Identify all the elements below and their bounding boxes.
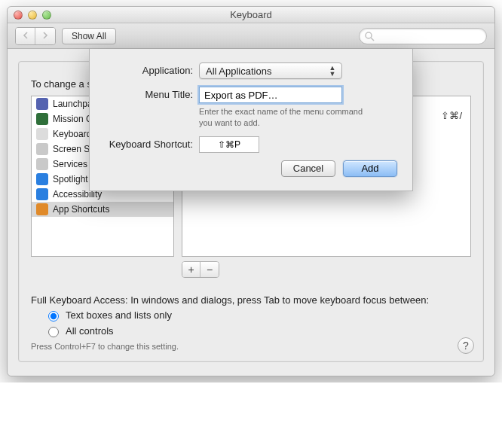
radio-text-boxes-only-input[interactable] xyxy=(48,311,59,322)
plus-minus-segment: + − xyxy=(182,261,219,278)
zoom-icon[interactable] xyxy=(42,11,51,20)
radio-all-controls-input[interactable] xyxy=(48,327,59,337)
popup-arrows-icon: ▲▼ xyxy=(326,65,338,77)
menu-title-label: Menu Title: xyxy=(97,87,199,100)
list-item-label: Spotlight xyxy=(53,174,88,184)
close-icon[interactable] xyxy=(14,11,23,20)
cancel-button[interactable]: Cancel xyxy=(281,160,335,177)
app-shortcuts-icon xyxy=(36,203,48,215)
application-label: Application: xyxy=(97,62,199,76)
nav-segment xyxy=(15,27,56,45)
application-popup-value: All Applications xyxy=(206,66,271,77)
radio-text-boxes-only[interactable]: Text boxes and lists only xyxy=(44,309,471,322)
back-button[interactable] xyxy=(16,28,35,44)
help-icon: ? xyxy=(463,340,469,352)
svg-line-1 xyxy=(371,38,374,41)
page-title: Keyboard xyxy=(8,9,494,20)
keyboard-icon xyxy=(36,128,48,140)
menu-title-help: Enter the exact name of the menu command… xyxy=(199,106,365,129)
add-button[interactable]: Add xyxy=(343,160,397,177)
list-item-label: App Shortcuts xyxy=(53,204,109,215)
list-item-label: Keyboard xyxy=(53,129,91,139)
menu-title-input[interactable] xyxy=(199,87,342,103)
services-icon xyxy=(36,158,48,170)
search-icon xyxy=(364,31,375,41)
list-item-label: Services xyxy=(53,159,87,169)
launchpad-icon xyxy=(36,98,48,110)
search-wrapper xyxy=(359,28,487,44)
radio-text-boxes-only-label: Text boxes and lists only xyxy=(66,309,172,321)
application-popup[interactable]: All Applications ▲▼ xyxy=(199,62,342,79)
add-shortcut-sheet: Application: All Applications ▲▼ Menu Ti… xyxy=(89,49,413,191)
radio-all-controls[interactable]: All controls xyxy=(44,325,471,337)
forward-button[interactable] xyxy=(35,28,55,44)
add-shortcut-button[interactable]: + xyxy=(182,262,200,277)
fka-hint: Press Control+F7 to change this setting. xyxy=(31,342,471,351)
search-input[interactable] xyxy=(359,28,487,44)
list-item[interactable]: App Shortcuts xyxy=(32,202,173,217)
show-all-button[interactable]: Show All xyxy=(62,28,116,44)
accessibility-icon xyxy=(36,188,48,200)
mission-control-icon xyxy=(36,113,48,125)
keyboard-shortcut-label: Keyboard Shortcut: xyxy=(97,136,199,150)
minimize-icon[interactable] xyxy=(28,11,37,20)
chevron-right-icon xyxy=(42,32,48,39)
preferences-window: Keyboard Show All To change a shortcut, … xyxy=(7,6,495,376)
radio-all-controls-label: All controls xyxy=(66,325,114,337)
help-button[interactable]: ? xyxy=(458,337,474,354)
toolbar: Show All xyxy=(8,23,494,49)
keyboard-shortcut-input[interactable] xyxy=(199,136,259,153)
full-keyboard-access-label: Full Keyboard Access: In windows and dia… xyxy=(31,294,471,306)
svg-point-0 xyxy=(366,32,372,38)
window-controls xyxy=(14,11,51,20)
titlebar: Keyboard xyxy=(8,7,494,23)
existing-shortcut-value: ⇧⌘/ xyxy=(441,110,462,121)
chevron-left-icon xyxy=(23,32,29,39)
remove-shortcut-button[interactable]: − xyxy=(200,262,219,277)
screenshots-icon xyxy=(36,143,48,155)
spotlight-icon xyxy=(36,173,48,185)
